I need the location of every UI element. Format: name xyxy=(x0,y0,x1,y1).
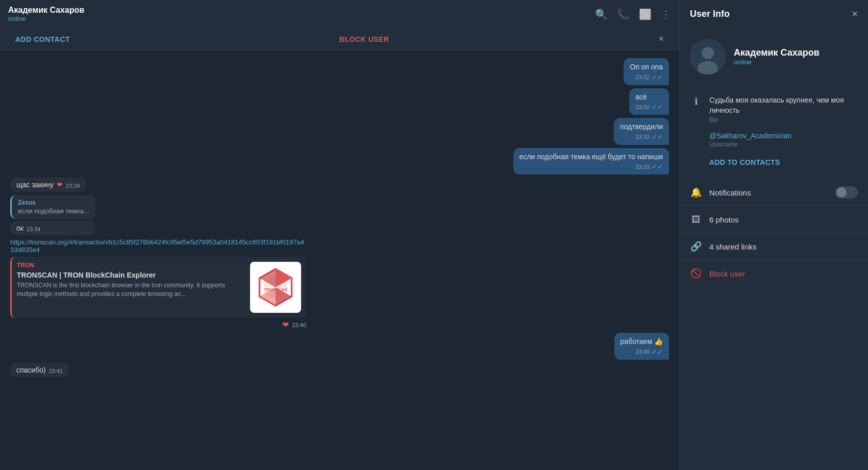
message-bubble: всё 23:32 ✓✓ xyxy=(629,88,669,115)
message-bubble: если подобная темка ещё будет то напиши … xyxy=(513,148,669,175)
username-content: @Sakharov_Academician Username xyxy=(709,132,791,148)
message-meta: 23:32 ✓✓ xyxy=(635,103,663,111)
message-text: работаем 👍 xyxy=(621,337,663,347)
avatar xyxy=(690,39,726,75)
message-time: 23:33 xyxy=(635,164,650,170)
message-text: спасибо) xyxy=(16,366,46,374)
message-bubble: спасибо) 23:41 xyxy=(10,363,69,377)
bio-section: ℹ Судьба моя оказалась крупнее, чем моя … xyxy=(680,85,868,179)
block-icon: 🚫 xyxy=(690,267,702,280)
message-meta: 23:32 ✓✓ xyxy=(620,133,663,141)
user-info-header: User Info × xyxy=(680,0,868,29)
link-title: TRONSCAN | TRON BlockChain Explorer xyxy=(17,271,244,279)
message-time: 23:34 xyxy=(66,183,80,189)
message-bubble: щас закину ❤ 23:34 xyxy=(10,178,86,192)
block-user-row[interactable]: 🚫 Block user xyxy=(680,260,868,287)
username-icon xyxy=(690,132,702,144)
notifications-toggle[interactable] xyxy=(835,186,858,199)
reply-text: если подобная темка... xyxy=(18,207,89,215)
bio-text: Судьба моя оказалась крупнее, чем моя ли… xyxy=(709,95,858,115)
notifications-label: Notifications xyxy=(709,188,751,197)
layout-icon[interactable]: ⬜ xyxy=(639,8,652,20)
user-online-status: online xyxy=(734,58,820,66)
check-icon: ✓✓ xyxy=(652,103,663,111)
add-contact-button[interactable]: ADD CONTACT xyxy=(15,35,70,43)
message-out-2: всё 23:32 ✓✓ xyxy=(10,88,669,115)
check-icon: ✓✓ xyxy=(652,73,663,81)
more-icon[interactable]: ⋮ xyxy=(661,8,671,20)
reply-sender: Zexus xyxy=(18,199,89,206)
username-label: Username xyxy=(709,141,791,148)
shared-links-row[interactable]: 🔗 4 shared links xyxy=(680,233,868,260)
link-preview-text: TRON TRONSCAN | TRON BlockChain Explorer… xyxy=(17,262,244,313)
close-panel-button[interactable]: × xyxy=(852,8,858,20)
notif-left: 🔔 Notifications xyxy=(690,186,751,199)
user-info-title: User Info xyxy=(690,9,730,19)
close-bar-button[interactable]: × xyxy=(658,34,664,44)
message-text: подтвердили xyxy=(620,122,663,132)
messages-area[interactable]: Оп оп опа 23:32 ✓✓ всё 23:32 ✓✓ подтверд… xyxy=(0,50,679,470)
link-image: TRONSCAN xyxy=(250,262,301,313)
message-time: 23:41 xyxy=(49,368,63,374)
photos-row[interactable]: 🖼 6 photos xyxy=(680,206,868,233)
bio-icon: ℹ xyxy=(690,95,702,108)
bell-icon: 🔔 xyxy=(690,186,702,199)
notifications-row: 🔔 Notifications xyxy=(680,179,868,206)
message-out-4: если подобная темка ещё будет то напиши … xyxy=(10,148,669,175)
message-text: ок xyxy=(16,224,23,232)
check-icon: ✓✓ xyxy=(652,163,663,170)
photos-label: 6 photos xyxy=(709,215,739,224)
message-meta: 23:40 ✓✓ xyxy=(621,348,663,356)
username-link[interactable]: @Sakharov_Academician xyxy=(709,132,791,140)
message-time: 23:32 xyxy=(635,104,650,110)
user-profile-section: Академик Сахаров online xyxy=(680,29,868,85)
message-in-1: щас закину ❤ 23:34 xyxy=(10,178,669,192)
block-label: Block user xyxy=(709,269,745,278)
search-icon[interactable]: 🔍 xyxy=(595,8,608,20)
add-to-contacts-button[interactable]: ADD TO CONTACTS xyxy=(709,156,780,168)
message-text: всё xyxy=(635,92,663,103)
header-title-area: Академик Сахаров online xyxy=(8,6,84,22)
reaction-emoji: ❤ xyxy=(282,320,289,330)
bio-label: Bio xyxy=(709,116,858,123)
link-url[interactable]: https://tronscan.org/#/transaction/b1c5c… xyxy=(10,238,306,254)
message-out-5: работаем 👍 23:40 ✓✓ xyxy=(10,333,669,360)
header-icons: 🔍 📞 ⬜ ⋮ xyxy=(595,8,671,20)
bio-row: ℹ Судьба моя оказалась крупнее, чем моя … xyxy=(690,91,858,128)
message-bubble: Оп оп опа 23:32 ✓✓ xyxy=(624,58,669,85)
message-time: 23:40 xyxy=(635,349,650,355)
photos-icon: 🖼 xyxy=(690,213,702,226)
placeholder-icon xyxy=(690,156,702,168)
message-time: 23:32 xyxy=(635,134,650,140)
reaction-emoji: 👍 xyxy=(654,337,663,345)
message-meta: 23:33 ✓✓ xyxy=(519,163,663,170)
message-text: если подобная темка ещё будет то напиши xyxy=(519,152,663,162)
message-text: Оп оп опа xyxy=(630,62,663,72)
block-user-button[interactable]: BLOCK USER xyxy=(339,35,389,43)
bio-content: Судьба моя оказалась крупнее, чем моя ли… xyxy=(709,95,858,123)
message-bubble: подтвердили 23:32 ✓✓ xyxy=(614,118,669,145)
chat-header: Академик Сахаров online 🔍 📞 ⬜ ⋮ xyxy=(0,0,679,29)
message-out-1: Оп оп опа 23:32 ✓✓ xyxy=(10,58,669,85)
action-bar: ADD CONTACT BLOCK USER × xyxy=(0,29,679,50)
svg-point-12 xyxy=(709,50,714,55)
chat-contact-status: online xyxy=(8,15,84,22)
message-text: щас закину xyxy=(16,181,54,189)
message-bubble: работаем 👍 23:40 ✓✓ xyxy=(614,333,669,360)
reply-bubble: Zexus если подобная темка... xyxy=(10,195,95,219)
svg-text:TRONSCAN: TRONSCAN xyxy=(264,288,287,292)
link-preview: TRON TRONSCAN | TRON BlockChain Explorer… xyxy=(10,257,306,318)
shared-links-label: 4 shared links xyxy=(709,242,757,251)
message-time: 23:32 xyxy=(635,74,650,80)
add-contacts-row: ADD TO CONTACTS xyxy=(690,152,858,172)
message-in-reply: Zexus если подобная темка... ок 23:34 xyxy=(10,195,669,235)
link-description: TRONSCAN is the first blockchain browser… xyxy=(17,281,244,299)
reaction-emoji: ❤ xyxy=(57,181,63,189)
message-out-3: подтвердили 23:32 ✓✓ xyxy=(10,118,669,145)
message-time: 23:40 xyxy=(292,322,306,328)
user-name-area: Академик Сахаров online xyxy=(734,47,820,66)
svg-point-11 xyxy=(704,53,707,56)
message-link: https://tronscan.org/#/transaction/b1c5c… xyxy=(10,238,669,330)
phone-icon[interactable]: 📞 xyxy=(617,8,630,20)
message-time: 23:34 xyxy=(27,226,41,232)
